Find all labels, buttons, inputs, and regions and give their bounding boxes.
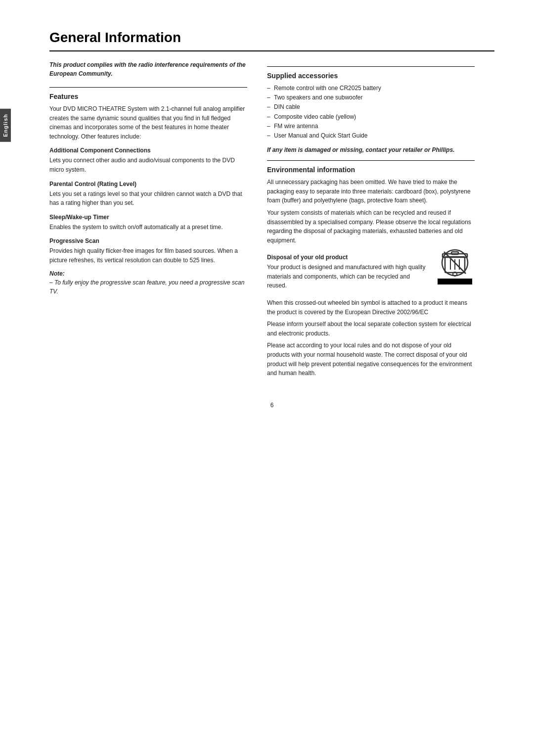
- disposal-para2: When this crossed-out wheeled bin symbol…: [267, 298, 475, 317]
- list-item: User Manual and Quick Start Guide: [267, 131, 475, 141]
- subsection-title-parental: Parental Control (Rating Level): [49, 181, 247, 188]
- environmental-title: Environmental information: [267, 166, 475, 174]
- note: Note: – To fully enjoy the progressive s…: [49, 269, 247, 296]
- list-item: FM wire antenna: [267, 122, 475, 131]
- env-para2: Your system consists of materials which …: [267, 208, 475, 245]
- disposal-para3: Please inform yourself about the local s…: [267, 320, 475, 338]
- english-tab: English: [0, 109, 11, 142]
- disposal-text: Disposal of your old product Your produc…: [267, 248, 429, 293]
- right-column: Supplied accessories Remote control with…: [267, 60, 475, 381]
- supplied-title: Supplied accessories: [267, 72, 475, 80]
- features-rule: [49, 87, 247, 88]
- svg-line-8: [444, 252, 466, 274]
- env-para1: All unnecessary packaging has been omitt…: [267, 178, 475, 205]
- disposal-para4: Please act according to your local rules…: [267, 341, 475, 378]
- page-number: 6: [49, 401, 494, 410]
- features-title: Features: [49, 93, 247, 100]
- intro-text: This product complies with the radio int…: [49, 60, 247, 78]
- two-column-layout: This product complies with the radio int…: [49, 60, 494, 381]
- subsection-body-acc: Lets you connect other audio and audio/v…: [49, 156, 247, 174]
- left-column: This product complies with the radio int…: [49, 60, 247, 381]
- environmental-rule: [267, 160, 475, 161]
- note-label: Note:: [49, 270, 65, 277]
- subsection-body-sleep: Enables the system to switch on/off auto…: [49, 223, 247, 232]
- subsection-title-progressive: Progressive Scan: [49, 237, 247, 244]
- supplied-warning: If any item is damaged or missing, conta…: [267, 145, 475, 154]
- subsection-title-sleep: Sleep/Wake-up Timer: [49, 214, 247, 221]
- disposal-body: Your product is designed and manufacture…: [267, 263, 429, 290]
- subsection-body-parental: Lets you set a ratings level so that you…: [49, 189, 247, 208]
- disposal-icon-container: [435, 248, 475, 287]
- svg-rect-2: [451, 252, 458, 254]
- features-intro: Your DVD MICRO THEATRE System with 2.1-c…: [49, 104, 247, 141]
- list-item: Composite video cable (yellow): [267, 112, 475, 122]
- supplied-list: Remote control with one CR2025 battery T…: [267, 84, 475, 141]
- supplied-rule: [267, 66, 475, 67]
- subsection-title-acc: Additional Component Connections: [49, 147, 247, 154]
- page-title: General Information: [49, 30, 494, 46]
- note-text: – To fully enjoy the progressive scan fe…: [49, 279, 244, 295]
- subsection-body-progressive: Provides high quality flicker-free image…: [49, 246, 247, 265]
- disposal-title: Disposal of your old product: [267, 254, 429, 261]
- page: English General Information This product…: [0, 0, 534, 756]
- black-bar: [438, 279, 472, 284]
- title-rule: [49, 50, 494, 51]
- disposal-section: Disposal of your old product Your produc…: [267, 248, 475, 293]
- list-item: Two speakers and one subwoofer: [267, 93, 475, 102]
- list-item: DIN cable: [267, 102, 475, 112]
- list-item: Remote control with one CR2025 battery: [267, 84, 475, 93]
- disposal-bin-icon: [438, 248, 472, 278]
